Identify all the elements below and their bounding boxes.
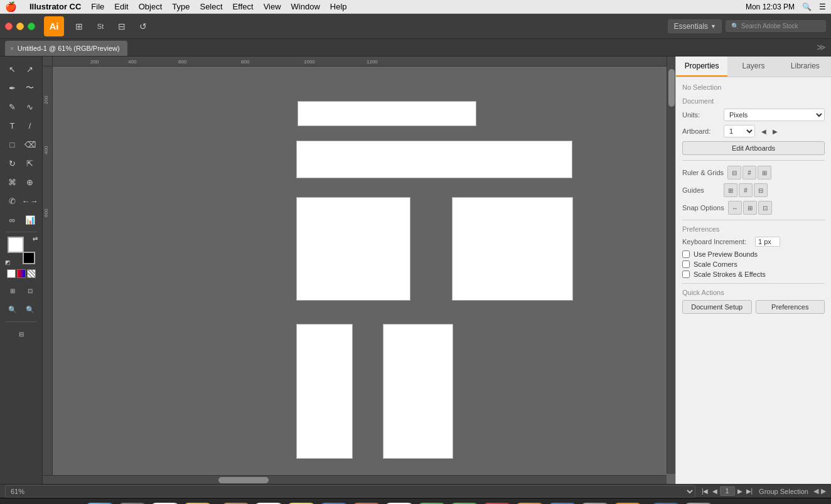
object-menu[interactable]: Object: [139, 2, 163, 11]
tab-libraries[interactable]: Libraries: [780, 56, 831, 77]
artboard-5[interactable]: [296, 324, 353, 459]
zoom-out-tool[interactable]: 🔍: [21, 301, 39, 318]
eraser-tool[interactable]: ⌫: [21, 136, 39, 153]
guides-icon-3[interactable]: ⊟: [754, 183, 768, 197]
rotate-tool[interactable]: ↻: [4, 154, 21, 172]
search-stock-input[interactable]: 🔍 Search Adobe Stock: [726, 20, 826, 32]
document-tab[interactable]: × Untitled-1 @ 61% (RGB/Preview): [5, 41, 127, 56]
effect-menu[interactable]: Effect: [233, 2, 254, 11]
keyboard-increment-input[interactable]: [755, 237, 780, 247]
svg-text:200: 200: [43, 95, 49, 104]
scroll-left-btn[interactable]: ◀: [813, 487, 818, 495]
eyedropper-tool[interactable]: ✆: [4, 192, 21, 210]
toolbar-icon-view[interactable]: ⊞: [70, 18, 88, 35]
blend-tool[interactable]: ∞: [4, 211, 21, 228]
edit-artboards-btn[interactable]: Edit Artboards: [682, 141, 825, 155]
next-artboard-btn[interactable]: ▶: [736, 486, 744, 496]
zoom-in-tool[interactable]: 🔍: [4, 301, 21, 318]
guides-icon-1[interactable]: ⊞: [724, 183, 737, 197]
ruler-icon[interactable]: ⊟: [727, 166, 741, 180]
gradient-swatch[interactable]: [17, 269, 26, 278]
scale-tool[interactable]: ⇱: [21, 154, 39, 172]
selection-tool[interactable]: ↖: [4, 60, 21, 78]
minimize-button[interactable]: [16, 23, 24, 30]
free-transform-tool[interactable]: ⊕: [21, 173, 39, 191]
artboard-3[interactable]: [296, 197, 410, 301]
preferences-btn[interactable]: Preferences: [756, 300, 825, 314]
type-menu[interactable]: Type: [172, 2, 190, 11]
essentials-button[interactable]: Essentials ▼: [668, 19, 722, 33]
screen-mode[interactable]: ⊡: [21, 282, 39, 299]
snap-icon-3[interactable]: ⊡: [758, 201, 772, 215]
app-name-menu[interactable]: Illustrator CC: [29, 2, 81, 11]
document-setup-btn[interactable]: Document Setup: [682, 300, 752, 314]
type-tool[interactable]: T: [4, 117, 21, 134]
toolbar-icon-rotate[interactable]: ↺: [134, 18, 152, 35]
units-select[interactable]: Pixels Inches Millimeters Points: [724, 109, 825, 121]
grid-icon[interactable]: #: [743, 166, 756, 180]
tab-layers[interactable]: Layers: [727, 56, 779, 77]
scale-corners-checkbox[interactable]: [682, 260, 690, 268]
help-menu[interactable]: Help: [330, 2, 347, 11]
artboard-nav: ◀ ▶: [759, 126, 780, 136]
first-artboard-btn[interactable]: |◀: [700, 486, 710, 496]
measure-tool[interactable]: ←→: [21, 192, 39, 210]
snap-icon-1[interactable]: ↔: [728, 201, 742, 215]
scale-strokes-checkbox[interactable]: [682, 271, 690, 278]
none-swatch[interactable]: [27, 269, 36, 278]
menu-hamburger-icon[interactable]: ☰: [819, 3, 826, 11]
artboard-next-btn[interactable]: ▶: [770, 126, 780, 136]
artboard-1[interactable]: [298, 101, 476, 126]
smooth-tool[interactable]: ∿: [21, 98, 39, 115]
white-swatch[interactable]: [7, 269, 16, 278]
window-menu[interactable]: Window: [291, 2, 320, 11]
edit-menu[interactable]: Edit: [114, 2, 128, 11]
drawing-mode[interactable]: ⊞: [4, 282, 21, 299]
pencil-tool[interactable]: ✎: [4, 98, 21, 115]
stroke-box[interactable]: [23, 252, 35, 264]
last-artboard-btn[interactable]: ▶|: [745, 486, 754, 496]
pixel-grid-icon[interactable]: ⊞: [758, 166, 771, 180]
close-button[interactable]: [5, 23, 13, 30]
warp-tool[interactable]: ⌘: [4, 173, 21, 191]
scale-strokes-row: Scale Strokes & Effects: [682, 271, 825, 278]
prev-artboard-btn[interactable]: ◀: [711, 486, 719, 496]
scroll-thumb-h[interactable]: [218, 477, 269, 483]
toolbar-icon-st[interactable]: St: [92, 18, 109, 35]
tab-properties[interactable]: Properties: [676, 56, 727, 77]
direct-selection-tool[interactable]: ↗: [21, 60, 39, 78]
artboard-tool[interactable]: ⊟: [13, 325, 30, 343]
artboard-6[interactable]: [383, 324, 453, 459]
ai-logo-toolbar: Ai: [44, 16, 64, 36]
scroll-right-btn[interactable]: ▶: [821, 487, 826, 495]
panel-toggle-icon[interactable]: ≫: [812, 38, 831, 56]
snap-icon-2[interactable]: ⊞: [743, 201, 757, 215]
curvature-tool[interactable]: 〜: [21, 79, 39, 97]
tab-close-icon[interactable]: ×: [10, 45, 14, 52]
use-preview-bounds-checkbox[interactable]: [682, 250, 690, 258]
maximize-button[interactable]: [28, 23, 35, 30]
artboard-select[interactable]: 1: [724, 125, 755, 137]
scroll-vertical[interactable]: [667, 56, 675, 474]
spotlight-icon[interactable]: 🔍: [802, 3, 812, 11]
select-menu[interactable]: Select: [200, 2, 222, 11]
artboard-4[interactable]: [452, 197, 573, 301]
toolbar-icon-grid[interactable]: ⊟: [113, 18, 131, 35]
scroll-horizontal[interactable]: [43, 475, 667, 484]
fill-box[interactable]: [8, 237, 24, 253]
artboard-prev-btn[interactable]: ◀: [759, 126, 769, 136]
apple-menu[interactable]: 🍎: [5, 1, 17, 13]
swap-fill-stroke-icon[interactable]: ⇄: [33, 235, 38, 242]
zoom-select[interactable]: 61% 50% 100%: [5, 485, 695, 498]
file-menu[interactable]: File: [91, 2, 104, 11]
scroll-thumb-v[interactable]: [668, 69, 675, 107]
graph-tool[interactable]: 📊: [21, 211, 39, 228]
view-menu[interactable]: View: [264, 2, 281, 11]
default-colors-icon[interactable]: ◩: [5, 259, 11, 265]
artboard-2[interactable]: [296, 141, 572, 178]
artboard-number-input[interactable]: [720, 486, 735, 496]
rectangle-tool[interactable]: □: [4, 136, 21, 153]
pen-tool[interactable]: ✒: [4, 79, 21, 97]
line-tool[interactable]: /: [21, 117, 39, 134]
guides-icon-2[interactable]: #: [739, 183, 753, 197]
